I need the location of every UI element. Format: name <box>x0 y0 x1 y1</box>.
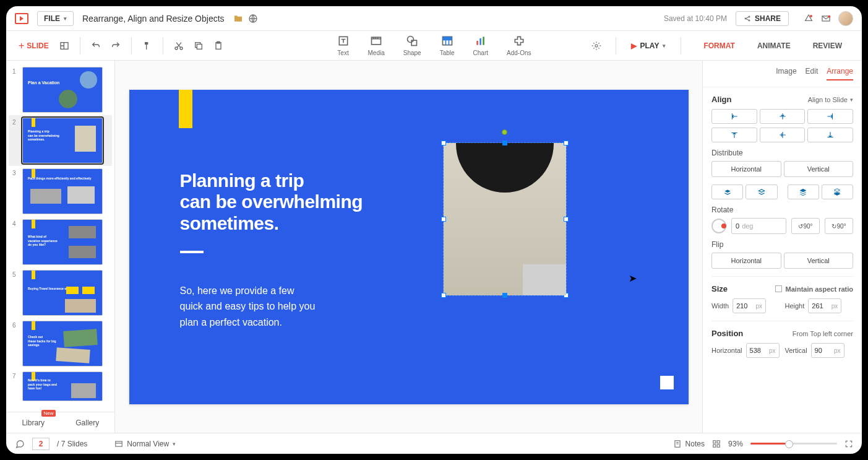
svg-rect-28 <box>717 445 720 447</box>
resize-handle-tr[interactable] <box>564 141 569 145</box>
zoom-slider[interactable] <box>750 443 837 445</box>
thumb-1[interactable]: 1Plan a Vacation <box>9 64 112 115</box>
app-window: FILE ▾ Rearrange, Align and Resize Objec… <box>6 6 862 454</box>
insert-chart[interactable]: Chart <box>473 35 488 56</box>
insert-shape[interactable]: Shape <box>403 35 421 56</box>
pos-v-input[interactable]: 90px <box>811 343 844 358</box>
document-title[interactable]: Rearrange, Align and Resize Objects <box>82 14 225 24</box>
panel-tab-edit[interactable]: Edit <box>806 67 819 80</box>
align-right-button[interactable] <box>807 109 853 124</box>
layout-button[interactable] <box>56 38 72 54</box>
bell-icon[interactable] <box>804 14 814 24</box>
slide-title[interactable]: Planning a trip can be overwhelming some… <box>180 170 363 235</box>
resize-handle-bl[interactable] <box>441 293 446 298</box>
tab-gallery[interactable]: Gallery <box>61 412 115 433</box>
resize-handle-tl[interactable] <box>441 141 446 145</box>
mode-tabs: FORMAT ANIMATE REVIEW <box>692 31 853 61</box>
align-middle-v-button[interactable] <box>760 128 806 142</box>
svg-point-15 <box>408 37 414 43</box>
flip-v-button[interactable]: Vertical <box>784 253 854 269</box>
svg-rect-25 <box>713 440 716 443</box>
view-mode-dropdown[interactable]: Normal View ▾ <box>114 440 176 448</box>
format-painter-button[interactable] <box>139 38 155 54</box>
comments-icon[interactable] <box>15 439 25 449</box>
align-center-h-button[interactable] <box>760 109 806 124</box>
resize-handle-l[interactable] <box>441 217 446 222</box>
svg-rect-21 <box>483 37 484 45</box>
insert-text[interactable]: Text <box>337 35 350 56</box>
tab-animate[interactable]: ANIMATE <box>746 31 802 61</box>
align-to-dropdown[interactable]: Align to Slide ▾ <box>808 96 853 103</box>
mail-icon[interactable] <box>821 14 831 24</box>
gear-button[interactable] <box>588 38 604 54</box>
statusbar: 2 / 7 Slides Normal View ▾ Notes 93% <box>6 433 862 454</box>
user-avatar[interactable] <box>838 11 853 26</box>
insert-addons[interactable]: Add-Ons <box>507 35 531 56</box>
send-backward-button[interactable] <box>746 184 777 199</box>
resize-handle-t[interactable] <box>502 141 507 145</box>
maintain-aspect-checkbox[interactable]: Maintain aspect ratio <box>775 285 853 293</box>
new-slide-button[interactable]: + SLIDE <box>15 38 53 54</box>
selected-image[interactable] <box>444 143 566 295</box>
folder-icon[interactable] <box>233 14 243 24</box>
resize-handle-b[interactable] <box>502 293 507 298</box>
bring-to-front-button[interactable] <box>788 184 819 199</box>
rotate-heading: Rotate <box>711 206 853 214</box>
width-label: Width <box>711 302 729 310</box>
play-button[interactable]: ▶ PLAY ▾ <box>627 39 670 53</box>
distribute-h-button[interactable]: Horizontal <box>711 161 781 177</box>
panel-tab-image[interactable]: Image <box>776 67 796 80</box>
rotate-handle[interactable] <box>502 129 507 135</box>
insert-media[interactable]: Media <box>368 35 385 56</box>
tab-review[interactable]: REVIEW <box>802 31 853 61</box>
svg-point-22 <box>595 45 598 47</box>
align-top-button[interactable] <box>711 128 757 142</box>
tab-library[interactable]: LibraryNew <box>6 412 61 433</box>
file-menu[interactable]: FILE ▾ <box>37 11 74 26</box>
tab-format[interactable]: FORMAT <box>692 31 746 61</box>
bring-forward-button[interactable] <box>711 184 743 199</box>
current-slide-input[interactable]: 2 <box>32 438 49 450</box>
resize-handle-r[interactable] <box>564 217 569 222</box>
height-input[interactable]: 261px <box>808 298 841 313</box>
redo-button[interactable] <box>108 38 124 54</box>
menubar: FILE ▾ Rearrange, Align and Resize Objec… <box>6 6 862 31</box>
cut-button[interactable] <box>171 38 187 54</box>
insert-table[interactable]: Table <box>440 35 455 56</box>
svg-rect-20 <box>479 38 481 45</box>
share-button[interactable]: SHARE <box>736 11 789 26</box>
pos-h-input[interactable]: 538px <box>746 343 780 358</box>
thumb-4[interactable]: 4What kind ofvacation experiencedo you l… <box>9 217 112 267</box>
grid-view-icon[interactable] <box>712 440 721 448</box>
canvas[interactable]: Planning a trip can be overwhelming some… <box>115 61 702 433</box>
thumb-list[interactable]: 1Plan a Vacation 2Planning a tripcan be … <box>6 61 114 412</box>
rotate-90-ccw[interactable]: ↺90° <box>791 218 820 234</box>
thumb-7[interactable]: 7Now it's time topack your bags andhave … <box>9 369 112 404</box>
flip-h-button[interactable]: Horizontal <box>711 253 781 269</box>
globe-icon[interactable] <box>248 14 258 24</box>
align-left-button[interactable] <box>711 109 757 124</box>
chevron-down-icon: ▾ <box>64 15 67 22</box>
copy-button[interactable] <box>191 38 207 54</box>
panel-tab-arrange[interactable]: Arrange <box>827 67 853 80</box>
thumb-3[interactable]: 3Pack things more efficiently and effect… <box>9 166 112 217</box>
send-to-back-button[interactable] <box>822 184 853 199</box>
rotate-90-cw[interactable]: ↻90° <box>825 218 853 234</box>
rotate-dial[interactable] <box>711 219 726 233</box>
thumb-5[interactable]: 5Buying Travel Insurance online <box>9 267 112 318</box>
resize-handle-br[interactable] <box>564 293 569 298</box>
thumb-6[interactable]: 6Check outthese hacks for bigsavings <box>9 318 112 369</box>
slide[interactable]: Planning a trip can be overwhelming some… <box>129 90 689 404</box>
paste-button[interactable] <box>210 38 226 54</box>
slide-body[interactable]: So, here we provide a few quick and easy… <box>180 283 316 331</box>
width-input[interactable]: 210px <box>733 298 766 313</box>
fullscreen-icon[interactable] <box>844 440 853 448</box>
undo-button[interactable] <box>88 38 104 54</box>
align-bottom-button[interactable] <box>807 128 853 142</box>
plus-icon: + <box>19 40 24 51</box>
notes-button[interactable]: Notes <box>673 440 705 448</box>
rotate-input[interactable]: 0deg <box>731 218 786 234</box>
thumb-2[interactable]: 2Planning a tripcan be overwhelmingsomet… <box>9 115 112 166</box>
distribute-v-button[interactable]: Vertical <box>784 161 854 177</box>
distribute-heading: Distribute <box>711 149 853 157</box>
